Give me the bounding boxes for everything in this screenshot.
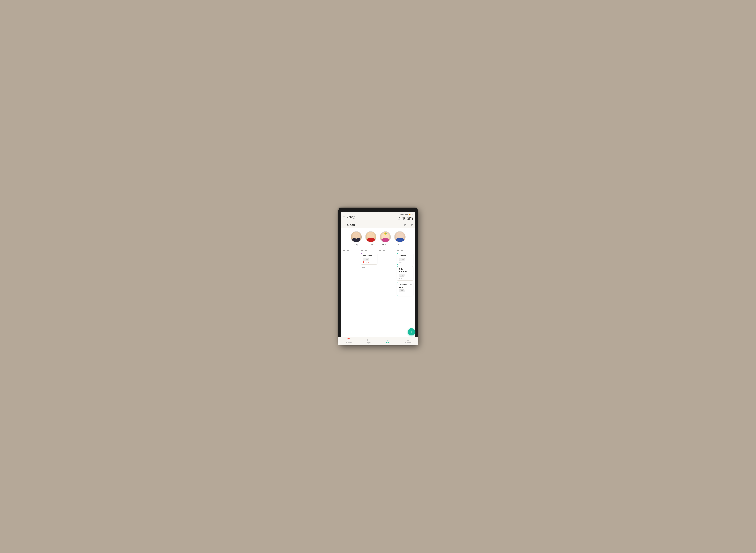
avatar-chip: [351, 231, 362, 242]
empty-col-scarlett: [379, 253, 396, 260]
task-menu-groceries[interactable]: ···: [410, 268, 412, 270]
nav-label-calendar: Calendar: [345, 342, 352, 343]
status-bar: ☰ 🌤 58° 59 40 Hanna Fam 📶 ⚙: [341, 212, 415, 222]
temp-range: 59 40: [353, 216, 355, 219]
section-actions: ⊞ ☰ ▽: [404, 224, 413, 226]
status-left: ☰ 🌤 58° 59 40: [343, 216, 355, 219]
done-badge-cinderella[interactable]: Done: [399, 289, 405, 292]
list-view-icon[interactable]: ☰: [408, 224, 410, 226]
person-chip[interactable]: Chip: [351, 231, 362, 246]
status-right: Hanna Fam 📶 ⚙ 2:46pm: [398, 214, 413, 221]
new-label-jessica: + New: [398, 250, 403, 251]
gear-icon[interactable]: ⚙: [412, 214, 413, 215]
nav-item-helper[interactable]: ⊞ Helper: [358, 338, 378, 343]
task-title-homework: Homework: [362, 254, 374, 257]
people-row: Chip Teddy Scarlett: [341, 228, 415, 247]
column-jessica: + + New Laundry ··· Done Sep 2: [396, 249, 414, 298]
done-badge-groceries[interactable]: Done: [399, 274, 405, 276]
task-date-homework: 🔴 Oct 18: [362, 261, 376, 263]
done-section-teddy[interactable]: Done (2) ∨: [361, 266, 377, 270]
person-teddy[interactable]: Teddy: [365, 231, 376, 246]
plus-icon-teddy: +: [361, 249, 362, 251]
section-header: › To-dos ⊞ ☰ ▽: [341, 222, 415, 228]
avatar-teddy: [365, 231, 376, 242]
done-badge-laundry[interactable]: Done: [399, 258, 405, 261]
device-frame: ☰ 🌤 58° 59 40 Hanna Fam 📶 ⚙: [338, 208, 418, 345]
new-label: + New: [344, 250, 349, 251]
task-header-cinderella: Cinderella work ···: [399, 284, 412, 288]
task-header-homework: Homework ···: [362, 254, 376, 257]
task-menu-cinderella[interactable]: ···: [410, 284, 412, 286]
new-task-chip[interactable]: + + New: [343, 249, 359, 252]
column-teddy: + + New Homework ··· Done 🔴: [360, 249, 378, 298]
clock-display: 2:46pm: [398, 216, 413, 221]
task-menu-laundry[interactable]: ···: [410, 254, 412, 256]
family-name: Hanna Fam: [400, 214, 408, 215]
task-card-homework: Homework ··· Done 🔴 Oct 18: [361, 253, 377, 264]
done-badge-homework[interactable]: Done: [362, 258, 369, 261]
task-header-laundry: Laundry ···: [399, 254, 412, 257]
weather-icon: 🌤: [346, 216, 348, 219]
add-task-fab[interactable]: +: [408, 328, 415, 335]
nav-item-routines[interactable]: ☰ Routines: [398, 338, 415, 343]
person-name-chip: Chip: [354, 243, 358, 246]
kanban-view-icon[interactable]: ⊞: [404, 224, 406, 226]
main-content: Chip Teddy Scarlett: [341, 228, 415, 343]
avatar-jessica: [394, 231, 406, 242]
person-name-scarlett: Scarlett: [382, 243, 389, 246]
task-card-laundry: Laundry ··· Done Sep 2: [397, 253, 413, 265]
helper-icon: ⊞: [367, 338, 369, 341]
weather-widget: 🌤 58° 59 40: [346, 216, 355, 219]
columns-container: + + New + + New: [341, 249, 415, 298]
device-screen: ☰ 🌤 58° 59 40 Hanna Fam 📶 ⚙: [341, 212, 415, 343]
nav-label-lists: Lists: [386, 342, 390, 343]
routines-icon: ☰: [407, 338, 409, 341]
task-title-laundry: Laundry: [399, 254, 410, 257]
task-card-order-groceries: Order Groceries ··· Done Sep 2: [397, 266, 413, 281]
date-icon-homework: 🔴: [362, 261, 364, 263]
column-scarlett: + + New: [378, 249, 396, 298]
task-date-laundry: Sep 2: [399, 262, 412, 263]
nav-label-helper: Helper: [366, 342, 370, 343]
person-scarlett[interactable]: Scarlett: [380, 231, 391, 246]
task-title-cinderella: Cinderella work: [399, 284, 410, 288]
new-task-teddy[interactable]: + + New: [361, 249, 377, 252]
hamburger-icon[interactable]: ☰: [343, 216, 345, 219]
new-task-jessica[interactable]: + + New: [397, 249, 413, 252]
nav-item-calendar[interactable]: 📅 Calendar: [341, 338, 358, 343]
task-date-cinderella: Sep 2: [399, 293, 412, 295]
nav-label-routines: Routines: [405, 342, 411, 343]
new-task-scarlett[interactable]: + + New: [379, 249, 396, 252]
new-label-scarlett: + New: [380, 250, 385, 251]
person-jessica[interactable]: Jessica: [394, 231, 406, 246]
task-menu-homework[interactable]: ···: [374, 254, 376, 256]
task-title-groceries: Order Groceries: [399, 268, 410, 272]
nav-item-lists[interactable]: ✓ Lists: [378, 338, 398, 343]
wall: ☰ 🌤 58° 59 40 Hanna Fam 📶 ⚙: [0, 0, 756, 553]
avatar-scarlett: [380, 231, 391, 242]
plus-icon-scarlett: +: [379, 249, 380, 251]
empty-col-chip: [343, 253, 359, 260]
task-header-groceries: Order Groceries ···: [399, 268, 412, 272]
person-name-teddy: Teddy: [368, 243, 373, 246]
add-icon: +: [410, 330, 412, 334]
plus-icon: +: [343, 249, 344, 251]
done-label-teddy: Done (2): [361, 267, 367, 269]
plus-icon-jessica: +: [397, 249, 398, 251]
lists-icon: ✓: [387, 338, 389, 341]
temperature-main: 58°: [349, 216, 353, 219]
bottom-nav: 📅 Calendar ⊞ Helper ✓ Lists ☰ Routines: [341, 337, 415, 343]
status-icons: Hanna Fam 📶 ⚙: [398, 214, 413, 215]
wifi-icon: 📶: [409, 214, 411, 215]
person-name-jessica: Jessica: [397, 243, 403, 246]
task-date-groceries: Sep 2: [399, 278, 412, 279]
expand-chevron-icon[interactable]: ›: [343, 224, 344, 226]
camera-dot: [377, 211, 379, 212]
section-title-row: › To-dos: [343, 223, 355, 227]
filter-icon[interactable]: ▽: [411, 224, 413, 226]
calendar-icon: 📅: [347, 338, 350, 341]
task-card-cinderella: Cinderella work ··· Done Sep 2: [397, 282, 413, 296]
done-chevron-icon: ∨: [376, 267, 377, 269]
new-label-teddy: + New: [362, 250, 367, 251]
section-title: To-dos: [345, 223, 355, 227]
